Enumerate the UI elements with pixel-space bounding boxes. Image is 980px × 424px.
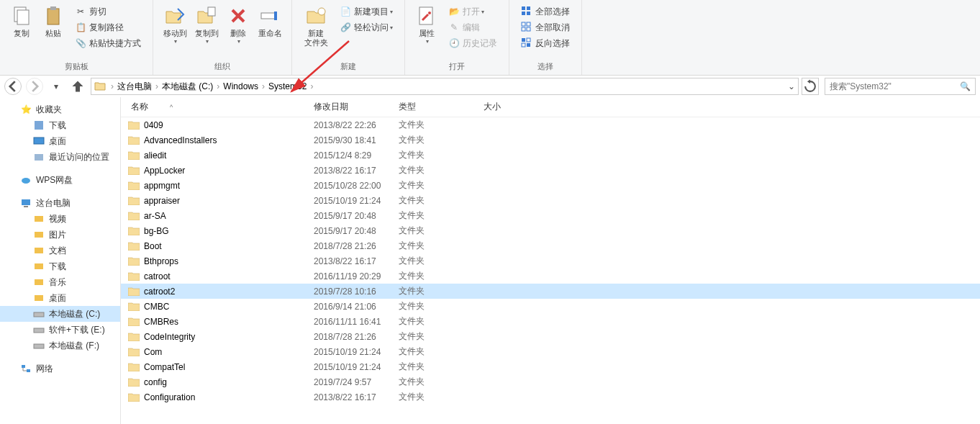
- back-button[interactable]: [4, 78, 22, 95]
- copy-path-icon: 📋: [75, 22, 86, 33]
- search-box[interactable]: 🔍: [825, 78, 976, 95]
- sidebar-network[interactable]: 网络: [0, 361, 120, 376]
- refresh-button[interactable]: [802, 78, 819, 95]
- sidebar-favorites[interactable]: ⭐收藏夹: [0, 102, 120, 117]
- cut-button[interactable]: ✂剪切: [72, 4, 144, 19]
- svg-rect-38: [27, 369, 30, 372]
- file-type-cell: 文件夹: [399, 240, 484, 252]
- select-invert-button[interactable]: 反向选择: [518, 35, 573, 51]
- file-row[interactable]: CodeIntegrity2018/7/28 21:26文件夹: [121, 329, 980, 344]
- sidebar-recent[interactable]: 最近访问的位置: [0, 149, 120, 165]
- paste-button[interactable]: 粘贴: [37, 3, 69, 38]
- file-row[interactable]: CMBC2016/9/14 21:06文件夹: [121, 299, 980, 314]
- file-row[interactable]: AdvancedInstallers2015/9/30 18:41文件夹: [121, 132, 980, 148]
- file-date-cell: 2015/10/19 21:24: [314, 347, 399, 357]
- breadcrumb-separator[interactable]: ›: [109, 81, 116, 91]
- up-button[interactable]: [69, 78, 86, 95]
- sidebar-desktop2[interactable]: 桌面: [0, 290, 120, 306]
- file-name-cell: appraiser: [128, 196, 314, 206]
- forward-button[interactable]: [26, 78, 43, 95]
- select-all-button[interactable]: 全部选择: [518, 4, 573, 19]
- copy-path-button[interactable]: 📋复制路径: [72, 19, 144, 35]
- select-none-button[interactable]: 全部取消: [518, 19, 573, 35]
- easy-access-button[interactable]: 🔗轻松访问▾: [337, 19, 396, 35]
- edit-button[interactable]: ✎编辑: [445, 19, 500, 35]
- svg-rect-20: [522, 43, 525, 47]
- move-to-button[interactable]: 移动到▾: [159, 3, 191, 45]
- sidebar-pictures[interactable]: 图片: [0, 227, 120, 243]
- file-name-cell: AppLocker: [128, 166, 314, 176]
- sidebar-music[interactable]: 音乐: [0, 274, 120, 290]
- breadcrumb-separator[interactable]: ›: [260, 81, 267, 91]
- file-row[interactable]: CompatTel2015/10/19 21:24文件夹: [121, 359, 980, 374]
- file-date-cell: 2016/9/14 21:06: [314, 302, 399, 312]
- breadcrumb-separator[interactable]: ›: [153, 81, 160, 91]
- rename-button[interactable]: 重命名: [254, 3, 286, 38]
- address-bar[interactable]: › 这台电脑 › 本地磁盘 (C:) › Windows › System32 …: [91, 78, 799, 95]
- folder-icon: [128, 226, 140, 235]
- copy-button[interactable]: 复制: [6, 3, 37, 38]
- col-size-header[interactable]: 大小: [484, 101, 541, 113]
- file-date-cell: 2019/7/28 10:16: [314, 287, 399, 297]
- file-row[interactable]: catroot2016/11/19 20:29文件夹: [121, 269, 980, 284]
- file-name-cell: ar-SA: [128, 211, 314, 221]
- recent-dropdown[interactable]: ▾: [47, 78, 65, 95]
- breadcrumb-separator[interactable]: ›: [214, 81, 222, 91]
- new-item-button[interactable]: 📄新建项目▾: [337, 4, 396, 19]
- breadcrumb-separator[interactable]: ›: [308, 81, 315, 91]
- file-date-cell: 2013/8/22 16:17: [314, 392, 399, 402]
- sidebar-edrive[interactable]: 软件+下载 (E:): [0, 322, 120, 338]
- rename-icon: [258, 4, 281, 27]
- address-dropdown[interactable]: ⌄: [788, 81, 795, 91]
- sidebar-videos[interactable]: 视频: [0, 211, 120, 227]
- file-type-cell: 文件夹: [399, 391, 484, 403]
- breadcrumb-system32[interactable]: System32: [267, 81, 308, 91]
- sidebar-wps[interactable]: WPS网盘: [0, 172, 120, 188]
- file-row[interactable]: Configuration2013/8/22 16:17文件夹: [121, 389, 980, 405]
- file-row[interactable]: aliedit2015/12/4 8:29文件夹: [121, 148, 980, 163]
- sidebar-this-pc[interactable]: 这台电脑: [0, 195, 120, 211]
- properties-icon: [415, 4, 438, 27]
- file-row[interactable]: bg-BG2015/9/17 20:48文件夹: [121, 223, 980, 238]
- breadcrumb-windows[interactable]: Windows: [222, 81, 260, 91]
- file-row[interactable]: catroot22019/7/28 10:16文件夹: [121, 284, 980, 299]
- file-row[interactable]: Com2015/10/19 21:24文件夹: [121, 344, 980, 359]
- file-row[interactable]: Bthprops2013/8/22 16:17文件夹: [121, 253, 980, 269]
- file-row[interactable]: 04092013/8/22 22:26文件夹: [121, 117, 980, 132]
- file-date-cell: 2015/9/17 20:48: [314, 211, 399, 221]
- breadcrumb-c[interactable]: 本地磁盘 (C:): [160, 81, 214, 93]
- svg-rect-18: [522, 38, 525, 42]
- history-button[interactable]: 🕘历史记录: [445, 35, 500, 51]
- file-row[interactable]: appmgmt2015/10/28 22:00文件夹: [121, 178, 980, 193]
- file-date-cell: 2016/11/11 16:41: [314, 317, 399, 327]
- copy-to-button[interactable]: 复制到▾: [191, 3, 222, 45]
- properties-button[interactable]: 属性▾: [411, 3, 443, 45]
- search-input[interactable]: [830, 81, 960, 91]
- new-folder-button[interactable]: 新建 文件夹: [298, 3, 334, 48]
- paste-shortcut-button[interactable]: 📎粘贴快捷方式: [72, 35, 144, 51]
- file-row[interactable]: appraiser2015/10/19 21:24文件夹: [121, 193, 980, 208]
- file-type-cell: 文件夹: [399, 300, 484, 312]
- file-row[interactable]: AppLocker2013/8/22 16:17文件夹: [121, 163, 980, 178]
- sidebar-downloads2[interactable]: 下载: [0, 258, 120, 274]
- sidebar-desktop[interactable]: 桌面: [0, 133, 120, 149]
- delete-button[interactable]: 删除▾: [222, 3, 254, 45]
- file-type-cell: 文件夹: [399, 134, 484, 146]
- open-button[interactable]: 📂打开▾: [445, 4, 500, 19]
- sidebar-fdrive[interactable]: 本地磁盘 (F:): [0, 338, 120, 353]
- folder-icon: [128, 166, 140, 175]
- sidebar-cdrive[interactable]: 本地磁盘 (C:): [0, 306, 120, 322]
- col-name-header[interactable]: 名称^: [128, 101, 314, 113]
- svg-point-25: [22, 178, 30, 184]
- file-row[interactable]: ar-SA2015/9/17 20:48文件夹: [121, 208, 980, 223]
- file-row[interactable]: CMBRes2016/11/11 16:41文件夹: [121, 314, 980, 329]
- file-row[interactable]: config2019/7/24 9:57文件夹: [121, 374, 980, 389]
- col-type-header[interactable]: 类型: [399, 101, 484, 113]
- file-type-cell: 文件夹: [399, 285, 484, 297]
- sidebar-documents[interactable]: 文档: [0, 243, 120, 258]
- file-row[interactable]: Boot2018/7/28 21:26文件夹: [121, 238, 980, 253]
- sidebar-downloads[interactable]: 下载: [0, 117, 120, 133]
- svg-rect-21: [527, 43, 530, 47]
- col-date-header[interactable]: 修改日期: [314, 101, 399, 113]
- breadcrumb-pc[interactable]: 这台电脑: [116, 81, 153, 93]
